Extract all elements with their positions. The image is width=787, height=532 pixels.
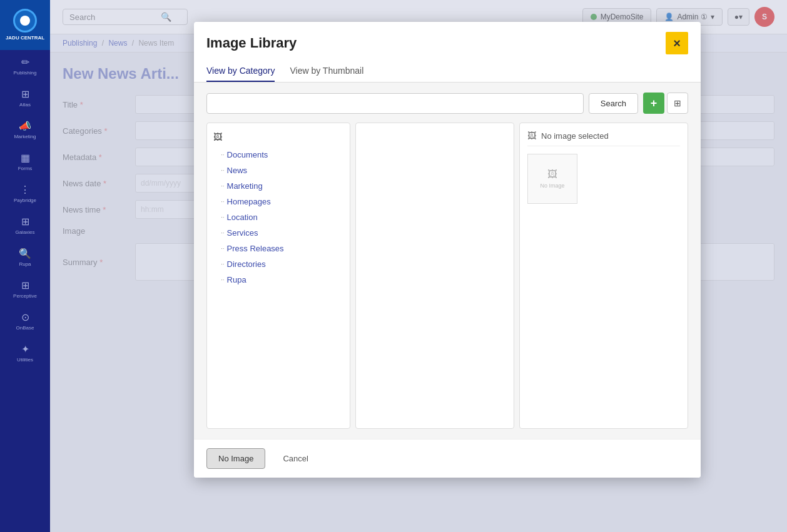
image-library-modal: Image Library × View by Category View by… <box>194 22 701 478</box>
sidebar-logo-text: JADU CENTRAL <box>6 35 44 41</box>
sidebar-item-label: Rupa <box>19 261 31 267</box>
galaxies-icon: ⊞ <box>21 216 29 228</box>
sidebar-item-label: Atlas <box>19 102 31 108</box>
tree-item-label: Marketing <box>227 181 263 191</box>
tree-bullet-icon: ·· <box>221 198 225 205</box>
cancel-button[interactable]: Cancel <box>272 448 319 469</box>
panels-container: 🖼 ·· Documents ·· News ·· Marketing ·· H… <box>206 123 688 429</box>
tree-root: 🖼 <box>213 129 343 147</box>
image-search-input[interactable] <box>206 93 584 114</box>
tree-item-press-releases[interactable]: ·· Press Releases <box>213 241 343 256</box>
tree-bullet-icon: ·· <box>221 261 225 268</box>
tree-item-label: Press Releases <box>227 244 284 253</box>
tree-item-label: Rupa <box>227 275 246 284</box>
no-image-label: No image selected <box>541 131 609 141</box>
tree-item-directories[interactable]: ·· Directories <box>213 256 343 272</box>
sidebar-item-label: Galaxies <box>15 229 34 235</box>
tree-item-label: Directories <box>227 259 266 269</box>
tree-item-news[interactable]: ·· News <box>213 163 343 178</box>
no-image-header: 🖼 No image selected <box>527 131 680 146</box>
utilities-icon: ✦ <box>21 343 29 355</box>
onbase-icon: ⊙ <box>21 311 29 323</box>
paybridge-icon: ⋮ <box>20 184 30 196</box>
sidebar-item-marketing[interactable]: 📣 Marketing <box>0 114 50 146</box>
sidebar-item-label: OnBase <box>16 325 34 331</box>
tree-panel: 🖼 ·· Documents ·· News ·· Marketing ·· H… <box>206 123 350 429</box>
tree-bullet-icon: ·· <box>221 183 225 189</box>
sidebar: JADU CENTRAL ✏ Publishing ⊞ Atlas 📣 Mark… <box>0 0 50 532</box>
sidebar-item-label: Paybridge <box>14 198 36 203</box>
tree-item-label: News <box>227 166 248 175</box>
tree-bullet-icon: ·· <box>221 151 225 158</box>
tree-item-documents[interactable]: ·· Documents <box>213 147 343 163</box>
selection-panel: 🖼 No image selected 🖼 No Image <box>519 123 688 429</box>
sidebar-item-label: Marketing <box>14 134 36 139</box>
publishing-icon: ✏ <box>21 56 29 68</box>
sidebar-item-utilities[interactable]: ✦ Utilities <box>0 337 50 369</box>
placeholder-text: No Image <box>540 183 564 189</box>
sidebar-item-forms[interactable]: ▦ Forms <box>0 146 50 178</box>
no-image-header-icon: 🖼 <box>527 131 536 141</box>
search-row: Search + ⊞ <box>206 93 688 114</box>
no-image-placeholder: 🖼 No Image <box>527 154 577 204</box>
modal-body: Search + ⊞ 🖼 ·· Documents ·· News <box>194 83 701 439</box>
sidebar-logo: JADU CENTRAL <box>0 0 50 50</box>
tree-bullet-icon: ·· <box>221 245 225 252</box>
tree-item-label: Services <box>227 228 258 238</box>
tree-root-icon: 🖼 <box>213 132 222 142</box>
modal-title: Image Library <box>206 35 297 51</box>
tree-item-services[interactable]: ·· Services <box>213 225 343 241</box>
modal-footer: No Image Cancel <box>194 439 701 478</box>
tree-item-marketing[interactable]: ·· Marketing <box>213 178 343 194</box>
tab-view-by-category[interactable]: View by Category <box>206 61 275 82</box>
tree-item-label: Documents <box>227 150 268 159</box>
sidebar-item-atlas[interactable]: ⊞ Atlas <box>0 82 50 114</box>
content-panel <box>355 123 514 429</box>
tree-bullet-icon: ·· <box>221 229 225 236</box>
sidebar-item-perceptive[interactable]: ⊞ Perceptive <box>0 273 50 305</box>
marketing-icon: 📣 <box>19 120 31 132</box>
modal-close-button[interactable]: × <box>666 32 688 54</box>
tree-bullet-icon: ·· <box>221 167 225 174</box>
tab-category-label: View by Category <box>206 66 275 76</box>
perceptive-icon: ⊞ <box>21 279 29 291</box>
tree-item-label: Homepages <box>227 197 271 206</box>
image-search-button[interactable]: Search <box>589 93 638 114</box>
grid-view-button[interactable]: ⊞ <box>667 93 688 114</box>
sidebar-item-paybridge[interactable]: ⋮ Paybridge <box>0 178 50 209</box>
sidebar-item-label: Perceptive <box>13 293 37 299</box>
tree-item-rupa[interactable]: ·· Rupa <box>213 272 343 288</box>
sidebar-item-galaxies[interactable]: ⊞ Galaxies <box>0 209 50 241</box>
sidebar-item-label: Forms <box>18 166 33 171</box>
sidebar-item-publishing[interactable]: ✏ Publishing <box>0 50 50 82</box>
sidebar-item-rupa[interactable]: 🔍 Rupa <box>0 241 50 273</box>
tab-view-by-thumbnail[interactable]: View by Thumbnail <box>290 61 363 82</box>
placeholder-image-icon: 🖼 <box>547 169 557 180</box>
sidebar-item-onbase[interactable]: ⊙ OnBase <box>0 305 50 337</box>
no-image-button[interactable]: No Image <box>206 448 265 469</box>
tree-item-label: Location <box>227 213 258 222</box>
tree-bullet-icon: ·· <box>221 276 225 283</box>
add-image-button[interactable]: + <box>643 93 664 114</box>
sidebar-item-label: Publishing <box>14 70 37 76</box>
tree-item-location[interactable]: ·· Location <box>213 209 343 225</box>
tree-bullet-icon: ·· <box>221 214 225 221</box>
modal-header: Image Library × <box>194 22 701 61</box>
tab-thumbnail-label: View by Thumbnail <box>290 66 363 76</box>
tree-item-homepages[interactable]: ·· Homepages <box>213 194 343 209</box>
atlas-icon: ⊞ <box>21 88 29 100</box>
rupa-icon: 🔍 <box>19 248 31 259</box>
modal-tabs: View by Category View by Thumbnail <box>194 61 701 83</box>
forms-icon: ▦ <box>21 152 30 164</box>
sidebar-item-label: Utilities <box>17 357 33 363</box>
search-actions: + ⊞ <box>643 93 688 114</box>
